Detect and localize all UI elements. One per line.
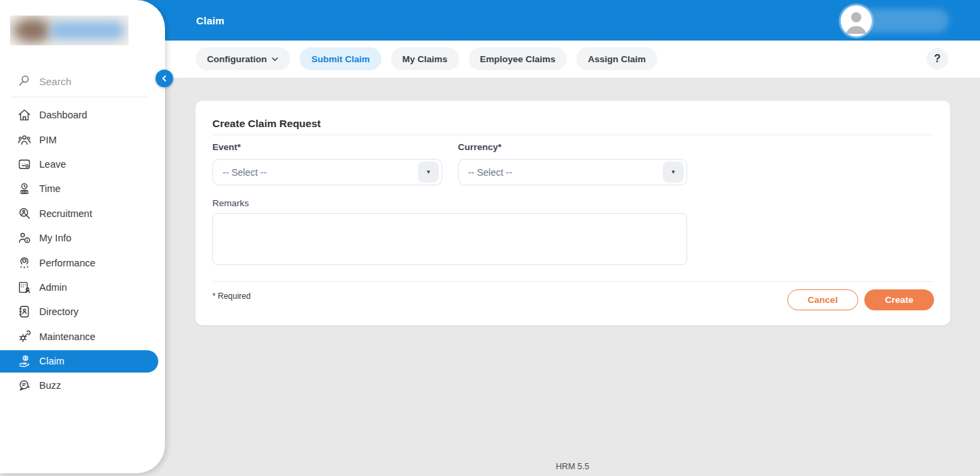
logo-blur-right <box>49 21 125 40</box>
address-book-icon <box>17 304 32 319</box>
chat-bubble-icon <box>17 378 32 393</box>
divider <box>212 135 933 135</box>
sidebar-collapse-button[interactable] <box>156 70 173 87</box>
candidate-search-icon <box>17 206 32 221</box>
sidebar-item-dashboard[interactable]: Dashboard <box>0 103 165 127</box>
event-label-text: Event <box>212 142 237 152</box>
sidebar-divider <box>10 97 148 97</box>
sidebar-item-label: Performance <box>39 258 95 268</box>
home-icon <box>17 108 32 122</box>
sidebar-item-performance[interactable]: Performance <box>0 250 165 275</box>
page-title: Claim <box>196 0 225 41</box>
logo-blur-left <box>13 18 52 43</box>
currency-select-value: -- Select -- <box>468 167 512 178</box>
sidebar-item-label: Claim <box>39 356 64 366</box>
gear-wrench-icon <box>17 329 32 344</box>
event-select[interactable]: -- Select -- ▼ <box>212 159 442 185</box>
sidebar-item-claim[interactable]: Claim <box>0 350 158 373</box>
sidebar-item-label: Leave <box>39 159 66 170</box>
sidebar-item-maintenance[interactable]: Maintenance <box>0 325 165 349</box>
required-asterisk: * <box>237 142 241 152</box>
sidebar-item-label: Admin <box>39 282 67 293</box>
search-input[interactable] <box>39 76 134 87</box>
person-info-icon <box>17 231 32 245</box>
create-button[interactable]: Create <box>864 289 934 310</box>
sidebar-item-label: Buzz <box>39 380 61 391</box>
calendar-smile-icon <box>17 157 32 172</box>
user-silhouette-icon <box>841 5 872 37</box>
performance-badge-icon <box>17 256 32 270</box>
tab-employee-claims[interactable]: Employee Claims <box>469 47 567 70</box>
currency-label: Currency* <box>458 142 502 152</box>
card-title: Create Claim Request <box>212 118 321 130</box>
sidebar-item-label: Time <box>39 183 61 194</box>
tab-assign-claim-label: Assign Claim <box>588 54 646 64</box>
wristwatch-icon <box>17 181 32 196</box>
admin-panel-icon <box>17 280 32 295</box>
cancel-button[interactable]: Cancel <box>787 289 858 310</box>
sidebar-item-time[interactable]: Time <box>0 176 165 201</box>
required-asterisk: * <box>498 142 501 152</box>
help-button[interactable]: ? <box>927 48 948 70</box>
sidebar-item-my-info[interactable]: My Info <box>0 226 165 250</box>
user-avatar[interactable] <box>841 5 872 37</box>
sidebar-item-label: Directory <box>39 306 78 317</box>
sidebar-item-pim[interactable]: PIM <box>0 127 165 151</box>
remarks-label: Remarks <box>212 198 249 208</box>
sidebar-item-recruitment[interactable]: Recruitment <box>0 201 165 226</box>
currency-select[interactable]: -- Select -- ▼ <box>458 159 687 185</box>
sidebar-item-buzz[interactable]: Buzz <box>0 373 165 398</box>
people-group-icon <box>17 133 32 147</box>
required-note: * Required <box>212 291 251 301</box>
search-icon <box>17 74 32 89</box>
footer-version: HRM 5.5 <box>165 462 980 471</box>
tab-submit-claim[interactable]: Submit Claim <box>300 47 381 70</box>
create-claim-card: Create Claim Request Event* Currency* --… <box>195 101 950 325</box>
tab-employee-claims-label: Employee Claims <box>480 54 556 64</box>
sidebar-item-label: Recruitment <box>39 208 92 219</box>
sidebar-item-leave[interactable]: Leave <box>0 152 165 176</box>
currency-label-text: Currency <box>458 142 498 152</box>
sidebar-item-admin[interactable]: Admin <box>0 275 165 300</box>
sidebar-item-label: PIM <box>39 135 57 145</box>
caret-down-icon: ▼ <box>671 169 676 175</box>
divider <box>212 281 933 282</box>
sidebar-item-label: Dashboard <box>39 110 87 120</box>
tab-strip: Configuration Submit Claim My Claims Emp… <box>165 41 980 78</box>
sidebar-item-label: Maintenance <box>39 331 95 342</box>
tab-configuration[interactable]: Configuration <box>195 47 290 70</box>
tab-my-claims-label: My Claims <box>402 54 448 64</box>
event-select-value: -- Select -- <box>223 167 266 178</box>
tab-list: Configuration Submit Claim My Claims Emp… <box>195 47 657 70</box>
app-logo-blurred <box>10 16 129 45</box>
sidebar-item-directory[interactable]: Directory <box>0 300 165 324</box>
caret-down-icon: ▼ <box>426 169 431 175</box>
currency-dropdown-button[interactable]: ▼ <box>663 162 684 183</box>
sidebar-menu: Dashboard PIM Leave Time <box>0 103 165 398</box>
tab-configuration-label: Configuration <box>207 54 266 64</box>
hand-coin-icon <box>17 354 32 368</box>
chevron-down-icon <box>271 55 279 63</box>
event-label: Event* <box>212 142 241 152</box>
sidebar-item-label: My Info <box>39 233 72 243</box>
event-dropdown-button[interactable]: ▼ <box>418 162 439 183</box>
tab-assign-claim[interactable]: Assign Claim <box>576 47 657 70</box>
sidebar-search <box>17 70 149 92</box>
remarks-textarea[interactable] <box>212 213 687 265</box>
sidebar: Dashboard PIM Leave Time <box>0 0 165 473</box>
tab-my-claims[interactable]: My Claims <box>391 47 459 70</box>
tab-submit-claim-label: Submit Claim <box>311 54 369 64</box>
chevron-left-icon <box>160 74 168 82</box>
